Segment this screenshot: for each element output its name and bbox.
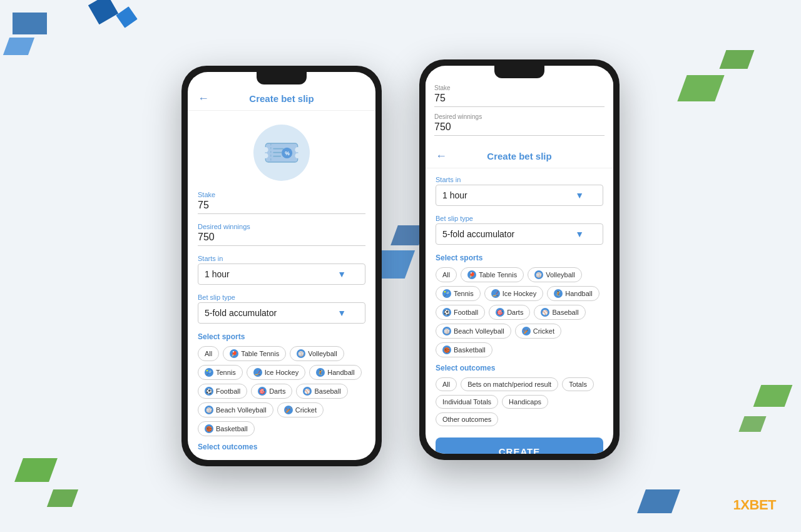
- left-sport-chip-table-tennis[interactable]: 🏓Table Tennis: [223, 346, 286, 361]
- right-sport-chip-football[interactable]: ⚽Football: [436, 305, 485, 320]
- right-outcome-chip-totals[interactable]: Totals: [562, 377, 594, 391]
- phone-left-notch: [257, 72, 307, 84]
- left-select-sports-title: Select sports: [198, 332, 365, 341]
- right-outcome-chip-individual-totals[interactable]: Individual Totals: [436, 395, 498, 409]
- right-sport-chip-all[interactable]: All: [436, 267, 457, 282]
- right-sport-chip-darts[interactable]: 🎯Darts: [489, 305, 530, 320]
- left-baseball-label: Baseball: [314, 387, 340, 395]
- right-starts-in-label: Starts in: [436, 176, 603, 183]
- svg-point-3: [295, 147, 300, 153]
- right-sport-chip-baseball[interactable]: ⚾Baseball: [534, 305, 585, 320]
- right-darts-label: Darts: [507, 309, 523, 316]
- left-sport-chip-darts[interactable]: 🎯Darts: [251, 384, 292, 399]
- brand-logo: 1XBET: [733, 497, 776, 513]
- left-ice-hockey-label: Ice Hockey: [265, 369, 298, 376]
- left-back-button[interactable]: ←: [198, 92, 209, 105]
- left-sport-chip-football[interactable]: ⚽Football: [198, 384, 247, 399]
- right-top-fields: Stake 75 Desired winnings 750: [426, 78, 613, 142]
- svg-text:%: %: [285, 150, 290, 156]
- left-screen-header: ← Create bet slip: [188, 84, 375, 111]
- left-table-tennis-icon: 🏓: [230, 349, 238, 358]
- svg-point-2: [263, 153, 268, 158]
- left-bet-slip-type-value: 5-fold accumulator: [205, 308, 277, 318]
- right-volleyball-icon: 🏐: [534, 270, 543, 279]
- svg-point-1: [263, 147, 268, 153]
- right-sport-all-label: All: [442, 271, 450, 279]
- right-starts-in-arrow: ▼: [575, 190, 584, 200]
- left-basketball-icon: 🏀: [205, 424, 213, 433]
- right-desired-winnings-label: Desired winnings: [434, 113, 605, 120]
- left-sport-chip-volleyball[interactable]: 🏐Volleyball: [290, 346, 344, 361]
- phone-right: Stake 75 Desired winnings 750 ← Create b…: [419, 59, 620, 460]
- right-sport-chip-cricket[interactable]: 🏏Cricket: [515, 324, 561, 339]
- left-bet-slip-type-label: Bet slip type: [198, 294, 365, 301]
- right-sport-chip-basketball[interactable]: 🏀Basketball: [436, 342, 492, 357]
- left-stake-value[interactable]: 75: [198, 200, 365, 214]
- right-table-tennis-label: Table Tennis: [479, 271, 517, 279]
- right-sport-chip-table-tennis[interactable]: 🏓Table Tennis: [461, 267, 524, 282]
- right-select-outcomes-title: Select outcomes: [436, 364, 603, 372]
- right-basketball-label: Basketball: [454, 346, 486, 354]
- right-sport-chip-volleyball[interactable]: 🏐Volleyball: [528, 267, 581, 282]
- phone-left: ← Create bet slip: [181, 66, 382, 466]
- right-outcome-chip-handicaps[interactable]: Handicaps: [502, 395, 548, 409]
- right-basketball-icon: 🏀: [442, 345, 451, 354]
- create-button[interactable]: CREATE: [436, 437, 603, 454]
- left-tennis-label: Tennis: [216, 369, 236, 376]
- right-screen-title: Create bet slip: [487, 151, 551, 161]
- svg-point-4: [295, 153, 300, 158]
- left-basketball-label: Basketball: [216, 425, 248, 432]
- phone-left-screen: ← Create bet slip: [188, 72, 375, 460]
- left-sports-chips: All 🏓Table Tennis 🏐Volleyball 🎾Tennis 🏒I…: [198, 346, 365, 436]
- left-sport-chip-baseball[interactable]: ⚾Baseball: [296, 384, 347, 399]
- left-starts-in-label: Starts in: [198, 255, 365, 262]
- right-cricket-label: Cricket: [533, 327, 554, 335]
- left-sport-chip-tennis[interactable]: 🎾Tennis: [198, 365, 243, 380]
- right-outcome-chip-all[interactable]: All: [436, 377, 457, 391]
- right-back-button[interactable]: ←: [436, 150, 447, 163]
- right-stake-value[interactable]: 75: [434, 93, 605, 107]
- left-sport-chip-beach-volleyball[interactable]: 🏐Beach Volleyball: [198, 402, 273, 417]
- right-tennis-icon: 🎾: [442, 289, 451, 298]
- right-sport-chip-beach-volleyball[interactable]: 🏐Beach Volleyball: [436, 324, 511, 339]
- left-desired-winnings-value[interactable]: 750: [198, 232, 365, 246]
- coupon-icon: %: [263, 137, 300, 168]
- right-baseball-icon: ⚾: [541, 308, 549, 317]
- left-starts-in-select[interactable]: 1 hour ▼: [198, 263, 365, 285]
- phone-right-notch: [494, 66, 544, 78]
- left-sport-chip-cricket[interactable]: 🏏Cricket: [277, 402, 324, 417]
- left-sport-chip-handball[interactable]: 🤾Handball: [309, 365, 361, 380]
- left-starts-in-field: Starts in 1 hour ▼: [198, 255, 365, 285]
- phone-right-screen: Stake 75 Desired winnings 750 ← Create b…: [426, 66, 613, 454]
- right-starts-in-value: 1 hour: [442, 190, 467, 200]
- right-bet-slip-type-select[interactable]: 5-fold accumulator ▼: [436, 223, 603, 245]
- coupon-circle: %: [253, 125, 310, 181]
- right-bet-slip-type-value: 5-fold accumulator: [442, 229, 514, 239]
- right-football-icon: ⚽: [442, 308, 451, 317]
- right-beach-volleyball-label: Beach Volleyball: [454, 327, 504, 335]
- right-stake-field: Stake 75: [434, 84, 605, 107]
- right-screen-header: ← Create bet slip: [426, 142, 613, 168]
- right-starts-in-field: Starts in 1 hour ▼: [436, 176, 603, 206]
- left-sport-chip-basketball[interactable]: 🏀Basketball: [198, 421, 255, 436]
- right-outcome-all-label: All: [442, 381, 450, 388]
- left-desired-winnings-field: Desired winnings 750: [198, 223, 365, 246]
- left-baseball-icon: ⚾: [303, 387, 312, 396]
- right-sports-chips: All 🏓Table Tennis 🏐Volleyball 🎾Tennis 🏒I…: [436, 267, 603, 357]
- right-sport-chip-tennis[interactable]: 🎾Tennis: [436, 286, 481, 301]
- right-starts-in-select[interactable]: 1 hour ▼: [436, 185, 603, 206]
- left-sport-chip-all[interactable]: All: [198, 346, 219, 361]
- left-darts-icon: 🎯: [258, 387, 267, 396]
- right-desired-winnings-value[interactable]: 750: [434, 121, 605, 136]
- left-bet-slip-type-select[interactable]: 5-fold accumulator ▼: [198, 302, 365, 324]
- left-handball-label: Handball: [327, 369, 354, 376]
- right-beach-volleyball-icon: 🏐: [442, 327, 451, 335]
- right-outcome-chip-match-result[interactable]: Bets on match/period result: [461, 377, 558, 391]
- left-cricket-label: Cricket: [295, 406, 317, 414]
- right-outcome-chip-other[interactable]: Other outcomes: [436, 412, 498, 426]
- right-sport-chip-ice-hockey[interactable]: 🏒Ice Hockey: [484, 286, 543, 301]
- right-outcomes-chips: All Bets on match/period result Totals I…: [436, 377, 603, 426]
- left-sport-chip-ice-hockey[interactable]: 🏒Ice Hockey: [247, 365, 305, 380]
- right-sport-chip-handball[interactable]: 🤾Handball: [547, 286, 599, 301]
- left-volleyball-label: Volleyball: [308, 350, 337, 357]
